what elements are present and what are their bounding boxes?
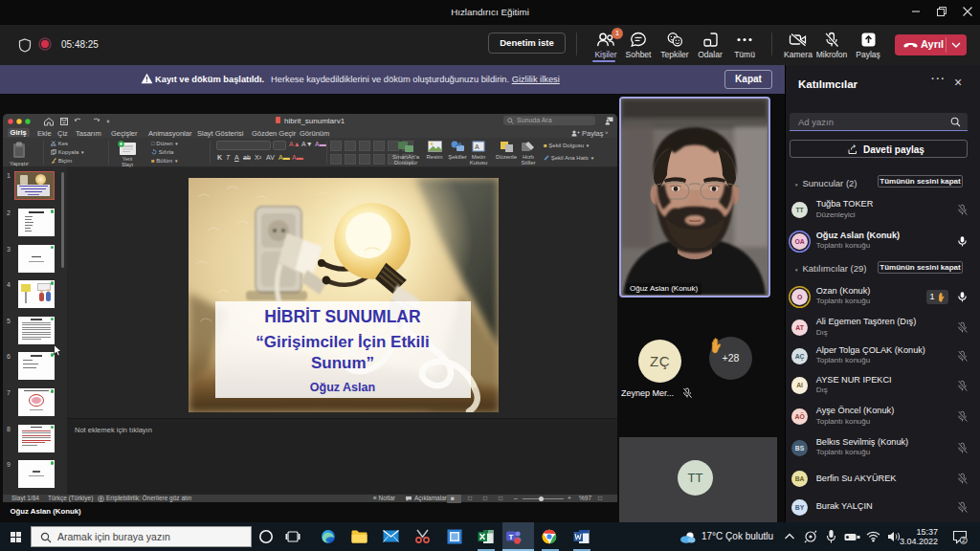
svg-text:Sunum”: Sunum” bbox=[311, 354, 374, 372]
svg-text:A: A bbox=[475, 143, 479, 149]
svg-text:Oğuz Aslan: Oğuz Aslan bbox=[310, 381, 375, 394]
svg-text:“Girişimciler İçin Etkili: “Girişimciler İçin Etkili bbox=[256, 333, 429, 351]
svg-text:2: 2 bbox=[962, 537, 966, 543]
svg-text:HİBRİT SUNUMLAR: HİBRİT SUNUMLAR bbox=[264, 307, 421, 326]
svg-text:T: T bbox=[509, 533, 514, 541]
